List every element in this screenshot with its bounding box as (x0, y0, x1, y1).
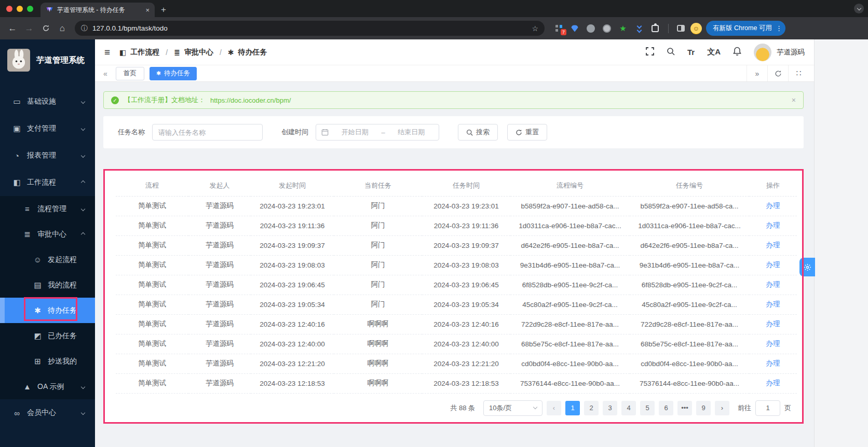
forward-button[interactable]: → (22, 21, 36, 36)
info-banner: ✓ 【工作流手册】文档地址： https://doc.iocoder.cn/bp… (103, 91, 804, 109)
handle-task-link[interactable]: 办理 (766, 202, 780, 209)
notification-bell-button[interactable] (733, 47, 741, 58)
breadcrumb: ◧ 工作流程 / ≣ 审批中心 / ✱ 待办任务 (119, 48, 267, 57)
url-bar[interactable]: ⓘ 127.0.0.1/bpm/task/todo ☆ (75, 21, 545, 36)
font-size-button[interactable]: Tr (687, 48, 695, 57)
tab-home[interactable]: 首页 (116, 67, 144, 80)
handle-task-link[interactable]: 办理 (766, 340, 780, 347)
profile-avatar-icon[interactable]: ☺ (690, 23, 702, 34)
user-avatar[interactable] (754, 44, 771, 61)
handle-task-link[interactable]: 办理 (766, 261, 780, 269)
page-button[interactable]: 1 (565, 401, 580, 415)
next-page-button[interactable]: › (715, 401, 729, 415)
sidebar-item-label: 审批中心 (37, 230, 76, 239)
extension-icon[interactable] (586, 24, 595, 33)
hamburger-menu-icon[interactable]: ≡ (104, 47, 110, 58)
page-button[interactable]: 9 (696, 401, 711, 415)
home-button[interactable]: ⌂ (55, 21, 70, 36)
extensions-menu-button[interactable] (650, 24, 660, 33)
site-info-icon[interactable]: ⓘ (81, 24, 88, 33)
sidebar-item[interactable]: ⊞抄送我的 (0, 348, 95, 374)
new-tab-button[interactable]: + (161, 5, 166, 15)
sidebar-item[interactable]: ✱待办任务 (0, 298, 95, 323)
search-button[interactable] (667, 47, 675, 58)
tab-todo-tasks[interactable]: ✱ 待办任务 (150, 67, 197, 80)
page-size-select[interactable]: 10条/页 (483, 400, 542, 416)
close-tab-icon[interactable]: × (145, 6, 150, 14)
page-button[interactable]: 4 (621, 401, 636, 415)
prev-page-button[interactable]: ‹ (547, 401, 561, 415)
reload-button[interactable] (38, 21, 53, 36)
sidebar-item[interactable]: ≡流程管理 (0, 196, 95, 221)
table-row: 简单测试芋道源码2024-03-23 12:18:53啊啊啊2024-03-23… (116, 373, 797, 393)
sidebar-item-label: 待办任务 (48, 306, 95, 315)
username[interactable]: 芋道源码 (777, 48, 805, 57)
end-date-placeholder[interactable]: 结束日期 (389, 128, 433, 137)
handle-task-link[interactable]: 办理 (766, 320, 780, 328)
breadcrumb-item[interactable]: 审批中心 (184, 48, 213, 57)
app-logo[interactable]: 芋道管理系统 (0, 39, 95, 79)
back-button[interactable]: ← (5, 21, 20, 36)
scroll-right-button[interactable]: » (747, 65, 767, 81)
breadcrumb-item[interactable]: 工作流程 (130, 48, 159, 57)
page-button[interactable]: 6 (659, 401, 673, 415)
sidebar-item[interactable]: ☺发起流程 (0, 247, 95, 272)
goto-page-input[interactable] (755, 400, 780, 416)
sidebar-item[interactable]: ◔报表管理 (0, 142, 95, 169)
sidebar-item[interactable]: ▤我的流程 (0, 272, 95, 298)
handle-task-link[interactable]: 办理 (766, 281, 780, 288)
side-panel-button[interactable] (676, 24, 685, 33)
page-button[interactable]: 5 (640, 401, 655, 415)
handle-task-link[interactable]: 办理 (766, 300, 780, 308)
tab-search-button[interactable] (854, 4, 864, 13)
sidebar-item[interactable]: ≣审批中心 (0, 221, 95, 247)
fullscreen-button[interactable] (646, 47, 654, 58)
cell-start_time: 2024-03-23 19:09:37 (251, 235, 334, 255)
close-window-button[interactable] (6, 6, 12, 12)
task-name-input[interactable] (152, 124, 263, 141)
handle-task-link[interactable]: 办理 (766, 359, 780, 367)
refresh-tab-button[interactable] (767, 65, 788, 81)
translate-button[interactable]: 文A (707, 47, 721, 57)
layout-grid-button[interactable]: ∷ (788, 65, 809, 81)
minimize-window-button[interactable] (17, 6, 23, 12)
close-icon[interactable]: × (792, 96, 796, 104)
extension-icon[interactable] (634, 24, 644, 33)
sidebar-item[interactable]: ◧工作流程 (0, 169, 95, 196)
theme-settings-button[interactable] (799, 258, 815, 276)
extension-icon[interactable]: 7 (554, 24, 563, 33)
extension-badge: 7 (561, 29, 566, 35)
cell-task_time: 2024-03-23 12:21:20 (422, 354, 510, 373)
cell-action: 办理 (749, 196, 797, 216)
extension-icon[interactable] (570, 24, 579, 33)
sidebar-item[interactable]: ◩已办任务 (0, 323, 95, 348)
search-button[interactable]: 搜索 (458, 124, 498, 141)
handle-task-link[interactable]: 办理 (766, 221, 780, 229)
sidebar-item[interactable]: ▲OA 示例 (0, 374, 95, 399)
cell-task_time: 2024-03-23 19:05:34 (422, 295, 510, 314)
chrome-update-pill[interactable]: 有新版 Chrome 可用 ⋮ (706, 21, 785, 36)
handle-task-link[interactable]: 办理 (766, 241, 780, 249)
kebab-menu-icon[interactable]: ⋮ (776, 24, 782, 32)
sidebar-item[interactable]: ∞会员中心 (0, 399, 95, 426)
page-button[interactable]: 3 (603, 401, 617, 415)
chevron-down-icon (81, 153, 85, 158)
sidebar-item[interactable]: ▭基础设施 (0, 88, 95, 115)
zoom-window-button[interactable] (27, 6, 33, 12)
extension-icon[interactable]: ★ (618, 24, 628, 33)
cell-start_time: 2024-03-23 19:23:01 (251, 196, 334, 216)
extension-icon[interactable] (602, 24, 612, 33)
cell-process_id: 9e31b4d6-e905-11ee-b8a7-ca... (510, 255, 630, 275)
start-date-placeholder[interactable]: 开始日期 (333, 128, 377, 137)
handle-task-link[interactable]: 办理 (766, 379, 780, 387)
reset-button[interactable]: 重置 (507, 124, 547, 141)
page-button[interactable]: 2 (584, 401, 599, 415)
date-range-picker[interactable]: 开始日期 – 结束日期 (316, 124, 439, 141)
browser-tab[interactable]: 芋道管理系统 - 待办任务 × (40, 3, 155, 17)
doc-link[interactable]: https://doc.iocoder.cn/bpm/ (210, 96, 291, 104)
pagination: 共 88 条 10条/页 ‹ 123456•••9 › 前往 页 (116, 400, 791, 416)
scroll-left-button[interactable]: « (100, 69, 111, 78)
bookmark-star-icon[interactable]: ☆ (532, 24, 538, 33)
sidebar-item[interactable]: ▣支付管理 (0, 115, 95, 142)
more-pages-button[interactable]: ••• (677, 401, 692, 415)
